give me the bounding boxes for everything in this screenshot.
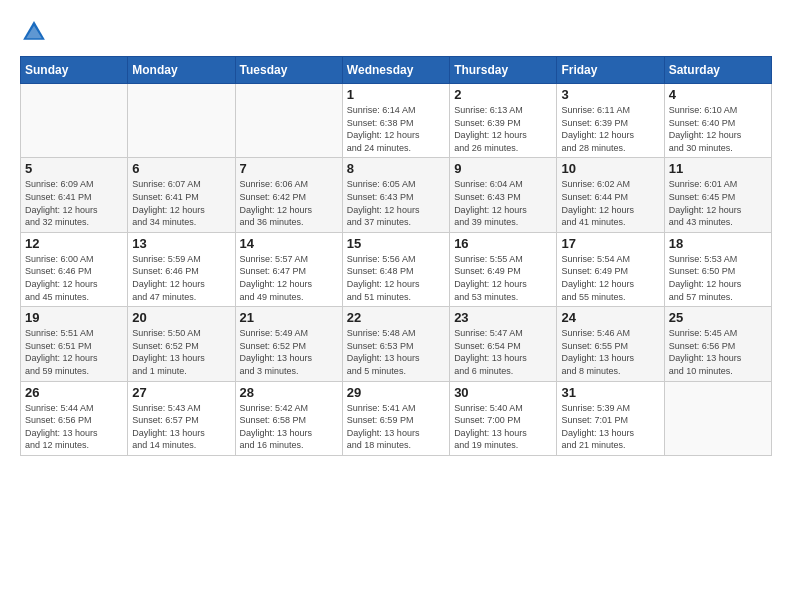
day-info: Sunrise: 6:02 AM Sunset: 6:44 PM Dayligh…	[561, 178, 659, 228]
calendar-cell: 2Sunrise: 6:13 AM Sunset: 6:39 PM Daylig…	[450, 84, 557, 158]
day-number: 13	[132, 236, 230, 251]
day-number: 12	[25, 236, 123, 251]
calendar-cell: 21Sunrise: 5:49 AM Sunset: 6:52 PM Dayli…	[235, 307, 342, 381]
day-info: Sunrise: 5:46 AM Sunset: 6:55 PM Dayligh…	[561, 327, 659, 377]
day-info: Sunrise: 5:50 AM Sunset: 6:52 PM Dayligh…	[132, 327, 230, 377]
calendar-cell: 12Sunrise: 6:00 AM Sunset: 6:46 PM Dayli…	[21, 232, 128, 306]
calendar-cell: 29Sunrise: 5:41 AM Sunset: 6:59 PM Dayli…	[342, 381, 449, 455]
day-number: 25	[669, 310, 767, 325]
calendar-week-4: 19Sunrise: 5:51 AM Sunset: 6:51 PM Dayli…	[21, 307, 772, 381]
calendar-cell: 14Sunrise: 5:57 AM Sunset: 6:47 PM Dayli…	[235, 232, 342, 306]
day-info: Sunrise: 6:10 AM Sunset: 6:40 PM Dayligh…	[669, 104, 767, 154]
calendar-cell: 11Sunrise: 6:01 AM Sunset: 6:45 PM Dayli…	[664, 158, 771, 232]
day-number: 3	[561, 87, 659, 102]
day-header-tuesday: Tuesday	[235, 57, 342, 84]
day-number: 24	[561, 310, 659, 325]
day-number: 18	[669, 236, 767, 251]
calendar-cell: 10Sunrise: 6:02 AM Sunset: 6:44 PM Dayli…	[557, 158, 664, 232]
calendar-table: SundayMondayTuesdayWednesdayThursdayFrid…	[20, 56, 772, 456]
calendar-cell: 19Sunrise: 5:51 AM Sunset: 6:51 PM Dayli…	[21, 307, 128, 381]
day-number: 11	[669, 161, 767, 176]
day-number: 10	[561, 161, 659, 176]
calendar-week-1: 1Sunrise: 6:14 AM Sunset: 6:38 PM Daylig…	[21, 84, 772, 158]
day-info: Sunrise: 5:53 AM Sunset: 6:50 PM Dayligh…	[669, 253, 767, 303]
calendar-cell: 3Sunrise: 6:11 AM Sunset: 6:39 PM Daylig…	[557, 84, 664, 158]
day-info: Sunrise: 6:06 AM Sunset: 6:42 PM Dayligh…	[240, 178, 338, 228]
calendar-cell	[128, 84, 235, 158]
calendar-cell: 6Sunrise: 6:07 AM Sunset: 6:41 PM Daylig…	[128, 158, 235, 232]
day-info: Sunrise: 5:39 AM Sunset: 7:01 PM Dayligh…	[561, 402, 659, 452]
day-number: 22	[347, 310, 445, 325]
calendar-cell: 15Sunrise: 5:56 AM Sunset: 6:48 PM Dayli…	[342, 232, 449, 306]
calendar-cell	[664, 381, 771, 455]
calendar-cell: 16Sunrise: 5:55 AM Sunset: 6:49 PM Dayli…	[450, 232, 557, 306]
calendar-cell: 17Sunrise: 5:54 AM Sunset: 6:49 PM Dayli…	[557, 232, 664, 306]
day-number: 29	[347, 385, 445, 400]
day-info: Sunrise: 5:44 AM Sunset: 6:56 PM Dayligh…	[25, 402, 123, 452]
day-number: 23	[454, 310, 552, 325]
day-number: 4	[669, 87, 767, 102]
calendar-cell: 23Sunrise: 5:47 AM Sunset: 6:54 PM Dayli…	[450, 307, 557, 381]
day-info: Sunrise: 5:43 AM Sunset: 6:57 PM Dayligh…	[132, 402, 230, 452]
header	[20, 18, 772, 46]
day-number: 19	[25, 310, 123, 325]
day-header-sunday: Sunday	[21, 57, 128, 84]
day-number: 2	[454, 87, 552, 102]
day-info: Sunrise: 6:00 AM Sunset: 6:46 PM Dayligh…	[25, 253, 123, 303]
day-info: Sunrise: 6:07 AM Sunset: 6:41 PM Dayligh…	[132, 178, 230, 228]
day-number: 28	[240, 385, 338, 400]
day-info: Sunrise: 5:40 AM Sunset: 7:00 PM Dayligh…	[454, 402, 552, 452]
day-number: 27	[132, 385, 230, 400]
calendar-cell: 25Sunrise: 5:45 AM Sunset: 6:56 PM Dayli…	[664, 307, 771, 381]
day-info: Sunrise: 5:51 AM Sunset: 6:51 PM Dayligh…	[25, 327, 123, 377]
calendar-cell: 13Sunrise: 5:59 AM Sunset: 6:46 PM Dayli…	[128, 232, 235, 306]
calendar-cell: 30Sunrise: 5:40 AM Sunset: 7:00 PM Dayli…	[450, 381, 557, 455]
calendar-cell: 7Sunrise: 6:06 AM Sunset: 6:42 PM Daylig…	[235, 158, 342, 232]
day-header-thursday: Thursday	[450, 57, 557, 84]
calendar-cell: 22Sunrise: 5:48 AM Sunset: 6:53 PM Dayli…	[342, 307, 449, 381]
day-header-wednesday: Wednesday	[342, 57, 449, 84]
day-number: 17	[561, 236, 659, 251]
calendar-cell	[21, 84, 128, 158]
day-header-monday: Monday	[128, 57, 235, 84]
day-number: 30	[454, 385, 552, 400]
day-info: Sunrise: 5:47 AM Sunset: 6:54 PM Dayligh…	[454, 327, 552, 377]
calendar-cell: 31Sunrise: 5:39 AM Sunset: 7:01 PM Dayli…	[557, 381, 664, 455]
day-info: Sunrise: 5:48 AM Sunset: 6:53 PM Dayligh…	[347, 327, 445, 377]
calendar-week-2: 5Sunrise: 6:09 AM Sunset: 6:41 PM Daylig…	[21, 158, 772, 232]
day-number: 9	[454, 161, 552, 176]
day-info: Sunrise: 6:11 AM Sunset: 6:39 PM Dayligh…	[561, 104, 659, 154]
logo	[20, 18, 52, 46]
day-number: 26	[25, 385, 123, 400]
day-number: 6	[132, 161, 230, 176]
day-number: 14	[240, 236, 338, 251]
calendar-cell: 26Sunrise: 5:44 AM Sunset: 6:56 PM Dayli…	[21, 381, 128, 455]
calendar-cell: 5Sunrise: 6:09 AM Sunset: 6:41 PM Daylig…	[21, 158, 128, 232]
calendar-cell	[235, 84, 342, 158]
day-info: Sunrise: 5:49 AM Sunset: 6:52 PM Dayligh…	[240, 327, 338, 377]
day-number: 20	[132, 310, 230, 325]
calendar-cell: 18Sunrise: 5:53 AM Sunset: 6:50 PM Dayli…	[664, 232, 771, 306]
day-header-friday: Friday	[557, 57, 664, 84]
day-info: Sunrise: 6:13 AM Sunset: 6:39 PM Dayligh…	[454, 104, 552, 154]
calendar-week-5: 26Sunrise: 5:44 AM Sunset: 6:56 PM Dayli…	[21, 381, 772, 455]
calendar-cell: 27Sunrise: 5:43 AM Sunset: 6:57 PM Dayli…	[128, 381, 235, 455]
day-info: Sunrise: 5:45 AM Sunset: 6:56 PM Dayligh…	[669, 327, 767, 377]
logo-icon	[20, 18, 48, 46]
day-number: 31	[561, 385, 659, 400]
day-info: Sunrise: 5:41 AM Sunset: 6:59 PM Dayligh…	[347, 402, 445, 452]
day-number: 5	[25, 161, 123, 176]
day-number: 15	[347, 236, 445, 251]
day-number: 7	[240, 161, 338, 176]
calendar-cell: 4Sunrise: 6:10 AM Sunset: 6:40 PM Daylig…	[664, 84, 771, 158]
day-info: Sunrise: 6:05 AM Sunset: 6:43 PM Dayligh…	[347, 178, 445, 228]
day-info: Sunrise: 6:04 AM Sunset: 6:43 PM Dayligh…	[454, 178, 552, 228]
calendar-cell: 8Sunrise: 6:05 AM Sunset: 6:43 PM Daylig…	[342, 158, 449, 232]
calendar-cell: 9Sunrise: 6:04 AM Sunset: 6:43 PM Daylig…	[450, 158, 557, 232]
calendar-cell: 28Sunrise: 5:42 AM Sunset: 6:58 PM Dayli…	[235, 381, 342, 455]
calendar-cell: 20Sunrise: 5:50 AM Sunset: 6:52 PM Dayli…	[128, 307, 235, 381]
calendar-cell: 1Sunrise: 6:14 AM Sunset: 6:38 PM Daylig…	[342, 84, 449, 158]
day-info: Sunrise: 6:01 AM Sunset: 6:45 PM Dayligh…	[669, 178, 767, 228]
day-info: Sunrise: 5:59 AM Sunset: 6:46 PM Dayligh…	[132, 253, 230, 303]
calendar-week-3: 12Sunrise: 6:00 AM Sunset: 6:46 PM Dayli…	[21, 232, 772, 306]
